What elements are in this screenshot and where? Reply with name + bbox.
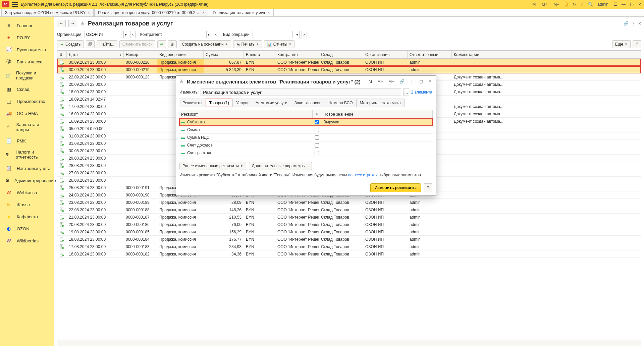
bell-icon[interactable]: 🔔 xyxy=(564,2,569,7)
op-dropdown-icon[interactable]: ▾ xyxy=(295,31,300,38)
sidebar-item[interactable]: ⬚Производство xyxy=(0,95,54,107)
dt-kt-button[interactable]: ᴬᵏ xyxy=(157,40,166,48)
tab-close-icon[interactable]: × xyxy=(268,10,270,15)
mcell-check[interactable] xyxy=(313,141,321,149)
sidebar-item[interactable]: ✦PO.BY xyxy=(0,32,54,44)
menu-icon[interactable] xyxy=(12,2,18,7)
maximize-icon[interactable]: ▢ xyxy=(629,2,634,7)
modal-mplus-button[interactable]: M+ xyxy=(376,78,384,84)
ca-dropdown-icon[interactable]: ▾ xyxy=(206,31,211,38)
table-row[interactable]: 16.08.2024 23:00:000000-000182Продажа, к… xyxy=(57,250,641,258)
calc-m-button[interactable]: M xyxy=(531,1,537,7)
mcell-check[interactable] xyxy=(313,134,321,141)
help-button[interactable]: ? xyxy=(633,40,641,48)
row-checkbox[interactable] xyxy=(315,128,319,132)
col-resp[interactable]: Ответственный xyxy=(408,51,452,58)
modal-close-icon[interactable]: ✕ xyxy=(427,78,433,84)
modal-maximize-icon[interactable]: ▢ xyxy=(418,78,424,84)
col-ca[interactable]: Контрагент xyxy=(275,51,319,58)
table-row[interactable]: 30.09.2024 23:00:000000-000220Продажа, к… xyxy=(57,59,641,66)
modal-help-button[interactable]: ? xyxy=(424,183,432,192)
apply-button[interactable]: Изменить реквизиты xyxy=(370,183,421,192)
mcell-value[interactable] xyxy=(321,134,433,141)
table-row[interactable]: 30.09.2024 23:00:000000-000219Продажа, к… xyxy=(57,66,641,73)
user-label[interactable]: admin xyxy=(596,1,610,7)
history-icon[interactable]: ↻ xyxy=(572,2,577,7)
modal-tab[interactable]: Номера БСО xyxy=(325,99,356,107)
col-org[interactable]: Организация xyxy=(363,51,408,58)
row-checkbox[interactable] xyxy=(315,120,319,124)
sidebar-item[interactable]: ▦Склад xyxy=(0,83,54,95)
org-clear-icon[interactable]: × xyxy=(130,31,136,38)
close-app-icon[interactable]: ✕ xyxy=(637,2,642,7)
sidebar-item[interactable]: WWebkassa xyxy=(0,186,54,198)
modal-link-icon[interactable]: 🔗 xyxy=(398,78,406,84)
page-more-icon[interactable]: ⋮ xyxy=(631,21,635,26)
sidebar-item[interactable]: KiKassa xyxy=(0,198,54,211)
find-button[interactable]: Найти... xyxy=(97,40,117,48)
copy-button[interactable]: 🗐 xyxy=(86,40,95,48)
sidebar-item[interactable]: ᵃᵏЗарплата и кадры xyxy=(0,119,54,135)
link-icon[interactable]: 🔗 xyxy=(624,21,629,26)
all-rows-link[interactable]: во всех строках xyxy=(348,173,377,177)
modal-row[interactable]: ▬СубконтоВыручка xyxy=(179,118,433,126)
bottom-scrollbar[interactable] xyxy=(57,340,641,346)
mcell-check[interactable] xyxy=(313,149,321,157)
sidebar-item[interactable]: ⚙Администрирование xyxy=(0,174,54,186)
doc-tab[interactable]: Реализация товаров и услуг 0000-000219 о… xyxy=(94,9,208,16)
sidebar-item[interactable]: ⒷБанк и касса xyxy=(0,56,54,68)
create-based-button[interactable]: Создать на основании▼ xyxy=(179,40,231,48)
org-dropdown-icon[interactable]: ▾ xyxy=(123,31,128,38)
modal-row[interactable]: ▬Сумма НДС xyxy=(179,134,433,141)
change-input[interactable] xyxy=(201,89,401,96)
modal-mminus-button[interactable]: M− xyxy=(387,78,395,84)
minimize-icon[interactable]: — xyxy=(621,2,626,7)
calc-mplus-button[interactable]: M+ xyxy=(540,1,549,7)
sidebar-item[interactable]: ●Каффеста xyxy=(0,211,54,223)
nav-forward-button[interactable]: → xyxy=(68,20,77,27)
col-sum[interactable]: Сумма xyxy=(204,51,244,58)
modal-tab[interactable]: Материалы заказчика xyxy=(356,99,405,107)
table-row[interactable]: 17.08.2024 23:00:000000-000183Продажа, к… xyxy=(57,243,641,250)
modal-tab[interactable]: Агентские услуги xyxy=(252,99,291,107)
col-op[interactable]: Вид операции xyxy=(157,51,204,58)
table-row[interactable]: 20.08.2024 23:00:000000-000186Продажа, к… xyxy=(57,221,641,228)
mcell-check[interactable] xyxy=(313,118,321,126)
modal-row[interactable]: ▬Счет доходов xyxy=(179,141,433,149)
more-button[interactable]: Еще▼ xyxy=(612,40,631,48)
settings-icon[interactable]: ☰ xyxy=(613,2,618,7)
print-preview-button[interactable]: 🗎 xyxy=(168,40,177,48)
table-row[interactable]: 22.08.2024 23:00:000000-000188Продажа, к… xyxy=(57,206,641,214)
doc-tab[interactable]: Загрузка продаж OZON по месяцам PO.BY× xyxy=(1,9,94,16)
row-checkbox[interactable] xyxy=(315,143,319,148)
table-row[interactable]: 18.08.2024 23:00:000000-000184Продажа, к… xyxy=(57,236,641,243)
create-button[interactable]: ＋Создать xyxy=(57,40,84,48)
sidebar-item[interactable]: %Налоги и отчетность xyxy=(0,147,54,162)
modal-star-icon[interactable]: ★ xyxy=(179,78,184,85)
mcol-val[interactable]: Новое значение xyxy=(321,110,433,118)
org-input[interactable] xyxy=(85,31,121,38)
doc-tab[interactable]: Реализация товаров и услуг× xyxy=(209,9,273,16)
prev-changed-button[interactable]: Ранее измененные реквизиты▼ xyxy=(179,162,246,170)
col-num[interactable]: Номер xyxy=(124,51,157,58)
col-cur[interactable]: Валюта xyxy=(244,51,275,58)
mcell-value[interactable] xyxy=(321,126,433,133)
tab-close-icon[interactable]: × xyxy=(88,10,90,15)
modal-row[interactable]: ▬Счет расходов xyxy=(179,149,433,157)
mcell-check[interactable] xyxy=(313,126,321,133)
mcol-chk[interactable]: ✎ xyxy=(313,110,321,118)
sidebar-item[interactable]: ◐OZON xyxy=(0,223,54,235)
modal-row[interactable]: ▬Сумма xyxy=(179,126,433,134)
col-date[interactable]: Дата↓ xyxy=(67,51,124,58)
sidebar-item[interactable]: 📋Настройки учета xyxy=(0,162,54,174)
table-row[interactable]: 23.08.2024 23:00:000000-000189Продажа, к… xyxy=(57,199,641,206)
col-comm[interactable]: Комментарий xyxy=(452,51,641,58)
mcell-value[interactable]: Выручка xyxy=(321,118,433,126)
elements-count-link[interactable]: 2 элемента xyxy=(411,90,432,95)
mcell-value[interactable] xyxy=(321,149,433,157)
op-input[interactable] xyxy=(253,31,293,38)
col-wh[interactable]: Склад xyxy=(319,51,363,58)
extra-params-button[interactable]: Дополнительные параметры... xyxy=(249,162,312,170)
sidebar-item[interactable]: ≡Главное xyxy=(0,19,54,32)
mcell-value[interactable] xyxy=(321,141,433,149)
